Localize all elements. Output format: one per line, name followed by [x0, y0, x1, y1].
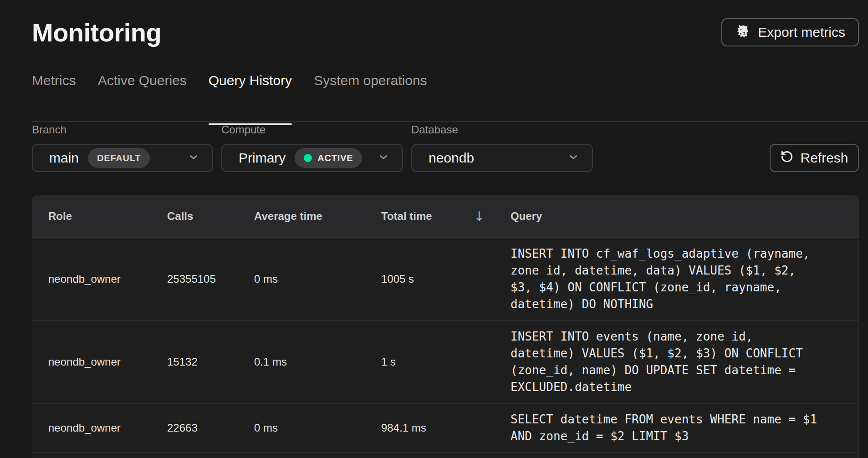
chevron-down-icon — [188, 151, 199, 165]
calls-cell: 22663 — [151, 404, 238, 452]
default-badge: DEFAULT — [88, 148, 150, 168]
total-time-cell: 984.1 ms — [365, 404, 495, 452]
tab-metrics[interactable]: Metrics — [32, 70, 76, 124]
sort-descending-icon: ↓ — [474, 209, 485, 224]
database-select[interactable]: neondb — [411, 144, 593, 172]
table-body: neondb_owner 25355105 0 ms 1005 s INSERT… — [32, 238, 858, 458]
average-time-cell: 0.1 ms — [238, 321, 365, 403]
refresh-icon — [780, 150, 794, 167]
export-metrics-label: Export metrics — [758, 25, 845, 40]
active-badge: ACTIVE — [295, 148, 362, 168]
export-metrics-button[interactable]: Export metrics — [721, 18, 859, 46]
query-history-table: RoleCallsAverage timeTotal time↓Query ne… — [32, 195, 859, 458]
calls-cell: 25355105 — [151, 238, 238, 320]
left-edge-divider — [4, 0, 4, 458]
datadog-icon — [735, 23, 751, 42]
monitoring-page: Monitoring Export metrics MetricsActive … — [0, 0, 868, 458]
role-cell: neondb_owner — [32, 404, 151, 452]
query-cell: INSERT INTO cf_waf_logs_adaptive (raynam… — [495, 238, 858, 320]
chevron-down-icon — [567, 151, 579, 165]
column-header-calls[interactable]: Calls — [151, 195, 238, 237]
compute-value: Primary — [239, 150, 286, 166]
role-cell: neondb_owner — [32, 321, 151, 403]
branch-label: Branch — [32, 123, 213, 137]
total-time-cell: 1005 s — [365, 238, 495, 320]
compute-label: Compute — [221, 123, 403, 137]
column-header-average-time[interactable]: Average time — [238, 195, 365, 237]
refresh-label: Refresh — [800, 150, 848, 166]
tab-query-history[interactable]: Query History — [209, 70, 292, 124]
page-title: Monitoring — [32, 18, 161, 47]
branch-filter: Branch main DEFAULT — [32, 123, 213, 172]
database-filter: Database neondb — [411, 123, 593, 172]
role-cell: neondb_owner — [32, 238, 151, 320]
table-row[interactable]: neondb_owner 22663 0 ms 984.1 ms SELECT … — [32, 403, 858, 452]
active-badge-label: ACTIVE — [317, 153, 353, 163]
query-cell: INSERT INTO events (name, zone_id, datet… — [495, 321, 858, 403]
column-header-total-time[interactable]: Total time↓ — [365, 195, 495, 237]
filters-row: Branch main DEFAULT Compute Primary ACTI… — [32, 123, 859, 172]
table-row[interactable]: neondb_owner 15132 0.1 ms 1 s INSERT INT… — [32, 320, 858, 403]
page-header: Monitoring Export metrics — [32, 16, 859, 48]
column-header-role[interactable]: Role — [32, 195, 151, 237]
calls-cell: 15132 — [151, 321, 238, 403]
database-label: Database — [411, 123, 593, 137]
branch-value: main — [49, 150, 79, 166]
next-row-partial — [32, 452, 858, 458]
chevron-down-icon — [378, 151, 389, 165]
database-value: neondb — [429, 150, 474, 166]
branch-select[interactable]: main DEFAULT — [32, 144, 213, 172]
compute-select[interactable]: Primary ACTIVE — [221, 144, 403, 172]
total-time-cell: 1 s — [365, 321, 495, 403]
average-time-cell: 0 ms — [238, 404, 365, 452]
average-time-cell: 0 ms — [238, 238, 365, 320]
status-dot — [304, 154, 312, 162]
tab-active-queries[interactable]: Active Queries — [98, 70, 187, 124]
tabs-bar: MetricsActive QueriesQuery HistorySystem… — [32, 70, 868, 122]
table-row[interactable]: neondb_owner 25355105 0 ms 1005 s INSERT… — [32, 238, 858, 320]
column-header-query[interactable]: Query — [495, 195, 858, 237]
table-header-row: RoleCallsAverage timeTotal time↓Query — [32, 195, 858, 238]
query-cell: SELECT datetime FROM events WHERE name =… — [495, 404, 858, 452]
tab-system-operations[interactable]: System operations — [314, 70, 427, 124]
refresh-button[interactable]: Refresh — [770, 144, 859, 172]
compute-filter: Compute Primary ACTIVE — [221, 123, 403, 172]
